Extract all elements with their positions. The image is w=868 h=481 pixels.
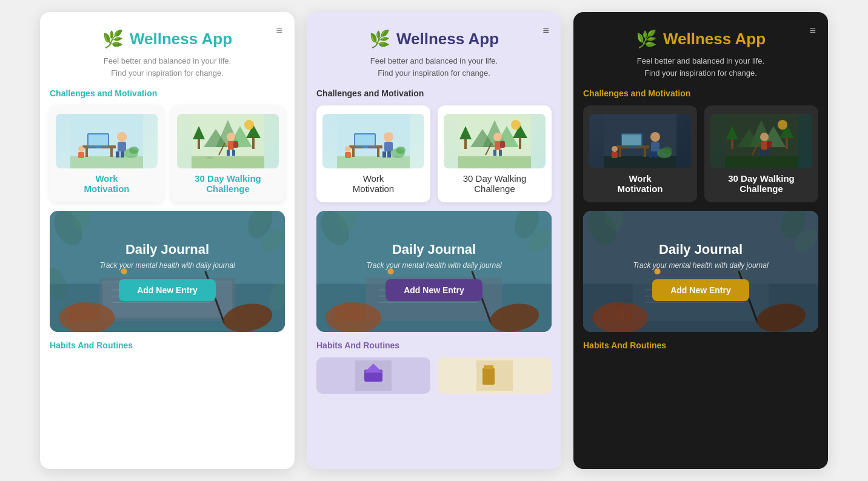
svg-rect-119 xyxy=(630,147,635,148)
svg-rect-121 xyxy=(651,142,659,151)
logo-icon-dark: 🌿 xyxy=(636,29,657,49)
svg-point-24 xyxy=(244,120,254,130)
walk-illus-dark xyxy=(710,114,812,168)
svg-rect-116 xyxy=(644,148,646,157)
menu-icon-light[interactable]: ≡ xyxy=(276,24,282,37)
journal-title-purple: Daily Journal xyxy=(392,242,476,257)
svg-rect-143 xyxy=(725,156,798,168)
add-entry-btn-dark[interactable]: Add New Entry xyxy=(652,279,749,301)
svg-rect-118 xyxy=(622,134,641,145)
work-illus-light xyxy=(56,114,158,168)
svg-rect-84 xyxy=(500,141,505,148)
svg-rect-140 xyxy=(766,150,769,156)
svg-point-32 xyxy=(206,156,213,159)
svg-rect-125 xyxy=(612,152,618,158)
journal-overlay-dark: Daily Journal Track your mental health w… xyxy=(583,211,818,332)
svg-rect-123 xyxy=(654,151,658,158)
svg-rect-77 xyxy=(519,137,521,149)
svg-rect-122 xyxy=(649,151,653,158)
svg-rect-28 xyxy=(232,150,235,156)
menu-icon-purple[interactable]: ≡ xyxy=(542,24,549,37)
walking-card-purple[interactable]: 30 Day WalkingChallenge xyxy=(438,105,552,202)
app-title-purple: Wellness App xyxy=(396,30,499,48)
journal-subtitle-purple: Track your mental health with daily jour… xyxy=(366,261,501,270)
app-title-light: Wellness App xyxy=(130,30,232,48)
app-subtitle-purple: Feel better and balanced in your life. F… xyxy=(370,55,498,79)
add-entry-btn-light[interactable]: Add New Entry xyxy=(119,279,216,301)
cards-row-dark: WorkMotivation xyxy=(583,105,818,202)
svg-rect-68 xyxy=(345,152,351,158)
journal-overlay-light: Daily Journal Track your mental health w… xyxy=(50,211,285,332)
svg-point-8 xyxy=(117,132,127,142)
svg-rect-9 xyxy=(118,142,126,151)
svg-rect-20 xyxy=(198,138,200,149)
work-motivation-title-purple: WorkMotivation xyxy=(353,173,394,194)
work-motivation-card-light[interactable]: WorkMotivation xyxy=(50,105,164,202)
svg-point-12 xyxy=(78,146,84,152)
section-challenges-purple: Challenges and Motivation xyxy=(316,88,552,98)
menu-icon-dark[interactable]: ≡ xyxy=(809,24,816,37)
svg-rect-4 xyxy=(110,148,113,157)
svg-point-63 xyxy=(384,132,393,142)
work-motivation-card-purple[interactable]: WorkMotivation xyxy=(316,105,430,202)
work-illus-dark xyxy=(589,114,691,168)
svg-rect-61 xyxy=(355,134,375,145)
app-header-dark: ≡ 🌿 Wellness App Feel better and balance… xyxy=(573,12,828,88)
cards-row-light: WorkMotivation xyxy=(50,105,285,202)
svg-point-120 xyxy=(650,132,660,142)
phone-light: ≡ 🌿 Wellness App Feel better and balance… xyxy=(40,12,295,469)
svg-point-70 xyxy=(396,147,406,154)
app-content-dark: Challenges and Motivation xyxy=(573,88,828,469)
walking-title-dark: 30 Day WalkingChallenge xyxy=(728,173,794,194)
app-title-dark: Wellness App xyxy=(663,30,766,48)
svg-rect-141 xyxy=(767,141,772,148)
logo-icon-light: 🌿 xyxy=(102,29,124,49)
svg-rect-22 xyxy=(252,137,255,149)
add-entry-btn-purple[interactable]: Add New Entry xyxy=(386,279,482,301)
phone-purple: ≡ 🌿 Wellness App Feel better and balance… xyxy=(307,12,561,469)
logo-row-purple: 🌿 Wellness App xyxy=(369,29,499,49)
habits-title-dark: Habits And Routines xyxy=(583,340,818,350)
svg-rect-11 xyxy=(121,151,124,158)
work-motivation-card-dark[interactable]: WorkMotivation xyxy=(583,105,697,202)
logo-icon-purple: 🌿 xyxy=(369,29,390,49)
work-motivation-title-dark: WorkMotivation xyxy=(618,173,663,194)
app-subtitle-light: Feel better and balanced in your life. F… xyxy=(104,55,231,79)
svg-rect-6 xyxy=(88,134,108,145)
svg-point-80 xyxy=(493,133,502,141)
habits-section-light: Habits And Routines xyxy=(50,340,285,350)
svg-rect-111 xyxy=(484,365,493,369)
svg-rect-81 xyxy=(495,141,501,150)
app-subtitle-dark: Feel better and balanced in your life. F… xyxy=(637,55,764,79)
svg-rect-13 xyxy=(78,152,84,158)
svg-rect-27 xyxy=(227,150,230,156)
svg-rect-65 xyxy=(382,151,386,158)
journal-card-purple[interactable]: Daily Journal Track your mental health w… xyxy=(316,211,552,332)
app-content-purple: Challenges and Motivation xyxy=(307,88,561,469)
habits-section-dark: Habits And Routines xyxy=(583,340,818,350)
svg-rect-86 xyxy=(458,156,531,168)
habits-title-purple: Habits And Routines xyxy=(316,340,552,350)
cards-row-purple: WorkMotivation xyxy=(316,105,552,202)
journal-card-light[interactable]: Daily Journal Track your mental health w… xyxy=(50,211,285,332)
svg-rect-138 xyxy=(761,141,767,150)
journal-card-dark[interactable]: Daily Journal Track your mental health w… xyxy=(583,211,818,332)
svg-rect-66 xyxy=(387,151,391,158)
svg-point-67 xyxy=(345,146,351,152)
journal-subtitle-dark: Track your mental health with daily jour… xyxy=(633,261,768,270)
svg-rect-110 xyxy=(482,368,495,385)
svg-rect-3 xyxy=(85,148,88,157)
svg-rect-10 xyxy=(116,151,119,158)
svg-point-124 xyxy=(612,146,618,152)
journal-title-light: Daily Journal xyxy=(125,242,209,257)
walk-illus-purple xyxy=(444,114,546,168)
walking-card-light[interactable]: 30 Day WalkingChallenge xyxy=(171,105,285,202)
work-illus-purple xyxy=(322,114,424,168)
walking-card-dark[interactable]: 30 Day WalkingChallenge xyxy=(704,105,818,202)
svg-point-137 xyxy=(760,133,769,141)
journal-subtitle-light: Track your mental health with daily jour… xyxy=(99,261,235,270)
walk-illus-light xyxy=(177,114,279,168)
phone-dark: ≡ 🌿 Wellness App Feel better and balance… xyxy=(573,12,828,469)
logo-row-dark: 🌿 Wellness App xyxy=(636,29,766,49)
svg-rect-7 xyxy=(96,147,101,148)
